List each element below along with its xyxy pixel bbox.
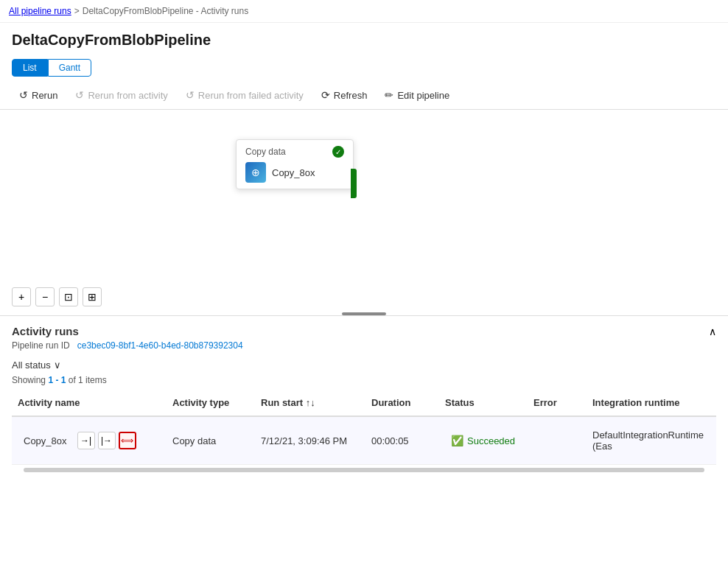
- activity-type-label: Copy data: [245, 147, 286, 157]
- details-icon-button[interactable]: ⟺: [119, 432, 136, 449]
- showing-text: Showing 1 - 1 of 1 items: [12, 374, 716, 390]
- horizontal-scrollbar[interactable]: [24, 468, 704, 472]
- status-success-icon: ✅: [451, 435, 463, 446]
- cell-run-start: 7/12/21, 3:09:46 PM: [255, 431, 365, 451]
- success-bar: [351, 169, 357, 198]
- cell-duration: 00:00:05: [365, 431, 439, 451]
- scroll-indicator: [342, 312, 386, 315]
- zoom-in-button[interactable]: +: [12, 287, 31, 306]
- status-dropdown[interactable]: All status ∨: [12, 360, 61, 371]
- col-activity-type: Activity type: [167, 394, 255, 411]
- pipeline-node: Copy data ✓ ⊕ Copy_8ox: [236, 139, 354, 189]
- output-icon-button[interactable]: |→: [98, 432, 116, 449]
- table-header: Activity name Activity type Run start ↑↓…: [12, 390, 716, 417]
- collapse-button[interactable]: ∧: [709, 326, 716, 337]
- copy-data-icon: ⊕: [245, 162, 266, 183]
- edit-pipeline-button[interactable]: ✏ Edit pipeline: [377, 85, 457, 105]
- page-title: DeltaCopyFromBlobPipeline: [0, 23, 728, 55]
- list-view-button[interactable]: List: [12, 59, 48, 77]
- col-error: Error: [528, 394, 587, 411]
- col-activity-name: Activity name: [12, 394, 167, 411]
- action-icons: →| |→ ⟺: [71, 427, 142, 454]
- cell-status: ✅ Succeeded: [439, 426, 528, 455]
- col-integration-runtime: Integration runtime: [587, 394, 716, 411]
- pipeline-run-id-row: Pipeline run ID ce3bec09-8bf1-4e60-b4ed-…: [12, 337, 716, 357]
- view-toggle: List Gantt: [0, 55, 728, 81]
- breadcrumb-current: DeltaCopyFromBlobPipeline - Activity run…: [83, 6, 248, 16]
- rerun-failed-icon: ↺: [186, 89, 195, 101]
- rerun-button[interactable]: ↺ Rerun: [12, 85, 65, 105]
- cell-integration-runtime: DefaultIntegrationRuntime (Eas: [587, 425, 716, 456]
- input-icon-button[interactable]: →|: [77, 432, 95, 449]
- table-row: Copy_8ox →| |→ ⟺ Copy data 7/12/21, 3:09…: [12, 417, 716, 465]
- cell-error: [528, 436, 587, 445]
- rerun-from-failed-button[interactable]: ↺ Rerun from failed activity: [178, 85, 311, 105]
- gantt-view-button[interactable]: Gantt: [48, 59, 91, 77]
- rerun-icon: ↺: [19, 89, 28, 101]
- zoom-out-button[interactable]: −: [35, 287, 55, 306]
- col-duration: Duration: [365, 394, 439, 411]
- sort-icon[interactable]: ↑↓: [306, 397, 315, 408]
- pipeline-run-id-value: ce3bec09-8bf1-4e60-b4ed-80b879392304: [77, 340, 243, 351]
- activity-tooltip: Copy data ✓ ⊕ Copy_8ox: [236, 139, 354, 189]
- cell-activity-type: Copy data: [167, 431, 255, 451]
- refresh-button[interactable]: ⟳ Refresh: [314, 85, 375, 105]
- col-status: Status: [439, 394, 528, 411]
- activity-runs-section: Activity runs ∧ Pipeline run ID ce3bec09…: [0, 316, 728, 478]
- status-filter: All status ∨: [12, 357, 716, 374]
- reset-button[interactable]: ⊞: [83, 287, 102, 306]
- pipeline-canvas[interactable]: Copy data ✓ ⊕ Copy_8ox + − ⊡ ⊞: [0, 110, 728, 316]
- section-title: Activity runs: [12, 325, 79, 337]
- col-run-start: Run start ↑↓: [255, 394, 365, 411]
- breadcrumb-separator: >: [74, 6, 80, 16]
- edit-icon: ✏: [385, 89, 393, 101]
- toolbar: ↺ Rerun ↺ Rerun from activity ↺ Rerun fr…: [0, 81, 728, 110]
- breadcrumb-link[interactable]: All pipeline runs: [9, 6, 71, 16]
- rerun-from-activity-button[interactable]: ↺ Rerun from activity: [68, 85, 175, 105]
- fit-button[interactable]: ⊡: [59, 287, 78, 306]
- refresh-icon: ⟳: [321, 89, 330, 101]
- canvas-controls: + − ⊡ ⊞: [12, 287, 102, 306]
- breadcrumb: All pipeline runs > DeltaCopyFromBlobPip…: [0, 0, 728, 23]
- chevron-down-icon: ∨: [54, 360, 61, 371]
- success-indicator: ✓: [332, 146, 344, 158]
- rerun-activity-icon: ↺: [75, 89, 84, 101]
- cell-activity-name: Copy_8ox →| |→ ⟺: [12, 418, 167, 463]
- activity-name-label: Copy_8ox: [272, 167, 315, 178]
